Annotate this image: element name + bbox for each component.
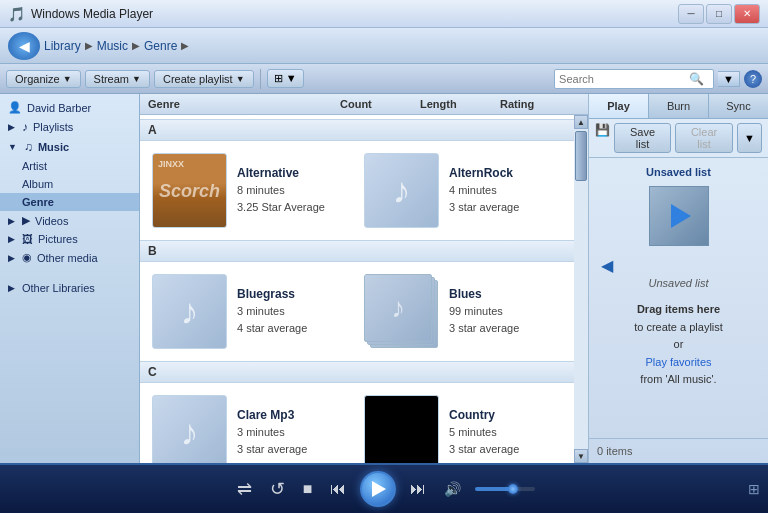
organize-dropdown-icon: ▼ [63,74,72,84]
genre-name-blues: Blues [449,287,556,301]
close-button[interactable]: ✕ [734,4,760,24]
play-thumb [649,186,709,246]
play-button[interactable] [360,471,396,507]
tab-burn[interactable]: Burn [649,94,709,118]
genre-rating-blues: 3 star average [449,320,556,337]
sidebar-item-other-libraries[interactable]: ▶ Other Libraries [0,279,139,297]
genre-item-bluegrass[interactable]: ♪ Bluegrass 3 minutes 4 star average [148,270,348,353]
create-playlist-dropdown-icon: ▼ [236,74,245,84]
organize-button[interactable]: Organize ▼ [6,70,81,88]
sidebar-item-videos[interactable]: ▶ ▶ Videos [0,211,139,230]
search-input[interactable] [559,73,689,85]
genre-rating-claremp3: 3 star average [237,441,344,458]
album-label: Album [22,178,53,190]
right-panel: Play Burn Sync 💾 Save list Clear list ▼ … [588,94,768,463]
panel-top-actions: 💾 Save list Clear list ▼ [589,119,768,158]
title-bar: 🎵 Windows Media Player ─ □ ✕ [0,0,768,28]
music-note-icon-claremp3: ♪ [181,412,199,454]
panel-back-button[interactable]: ◀ [597,254,617,277]
prev-button[interactable]: ⏮ [326,476,350,502]
play-favorites-link[interactable]: Play favorites [634,354,723,372]
section-B-grid: ♪ Bluegrass 3 minutes 4 star average [140,262,574,361]
scroll-down-arrow[interactable]: ▼ [574,449,588,463]
breadcrumb-genre[interactable]: Genre [144,39,177,53]
repeat-button[interactable]: ↺ [266,474,289,504]
music-icon: ♫ [24,140,33,154]
genre-name-alternative: Alternative [237,166,344,180]
sidebar-item-music[interactable]: ▼ ♫ Music [0,137,139,157]
help-button[interactable]: ? [744,70,762,88]
genre-item-alternrock[interactable]: ♪ AlternRock 4 minutes 3 star average [360,149,560,232]
genre-duration-blues: 99 minutes [449,303,556,320]
sidebar-item-user[interactable]: 👤 David Barber [0,98,139,117]
clear-list-button[interactable]: Clear list [675,123,733,153]
music-label: Music [38,141,69,153]
genre-label: Genre [22,196,54,208]
nav-bar: ◀ Library ▶ Music ▶ Genre ▶ [0,28,768,64]
playlists-expand-icon: ▶ [8,122,15,132]
content-header: Genre Count Length Rating [140,94,588,115]
create-playlist-label: Create playlist [163,73,233,85]
breadcrumb-arrow-2: ▶ [132,40,140,51]
genre-item-alternative[interactable]: Scorch Alternative 8 minutes 3.25 Star A… [148,149,348,232]
toolbar-divider-1 [260,69,261,89]
sidebar-item-album[interactable]: Album [0,175,139,193]
create-playlist-button[interactable]: Create playlist ▼ [154,70,254,88]
sidebar-item-artist[interactable]: Artist [0,157,139,175]
genre-duration-country: 5 minutes [449,424,556,441]
scroll-thumb[interactable] [575,131,587,181]
artist-label: Artist [22,160,47,172]
panel-options-button[interactable]: ▼ [737,123,762,153]
play-triangle-main-icon [372,481,386,497]
breadcrumb: Library ▶ Music ▶ Genre ▶ [44,39,189,53]
window-controls: ─ □ ✕ [678,4,760,24]
other-libraries-expand-icon: ▶ [8,283,15,293]
section-header-C: C [140,361,574,383]
back-button[interactable]: ◀ [8,32,40,60]
tab-sync[interactable]: Sync [709,94,768,118]
videos-label: Videos [35,215,68,227]
app-title: Windows Media Player [31,7,678,21]
unsaved-title: Unsaved list [646,166,711,178]
videos-icon: ▶ [22,214,30,227]
genre-thumb-blues: ♪ [364,274,439,349]
genre-name-claremp3: Clare Mp3 [237,408,344,422]
mute-button[interactable]: 🔊 [440,477,465,501]
drag-instruction-line2: to create a playlist [634,319,723,337]
item-count: 0 items [597,445,632,457]
shuffle-button[interactable]: ⇌ [233,474,256,504]
maximize-button[interactable]: □ [706,4,732,24]
volume-slider[interactable] [475,487,535,491]
tab-play[interactable]: Play [589,94,649,118]
col-genre: Genre [148,98,340,110]
section-A-grid: Scorch Alternative 8 minutes 3.25 Star A… [140,141,574,240]
genre-thumb-claremp3: ♪ [152,395,227,463]
genre-thumb-alternative: Scorch [152,153,227,228]
stop-button[interactable]: ■ [299,476,317,502]
playlists-icon: ♪ [22,120,28,134]
sidebar-item-other-media[interactable]: ▶ ◉ Other media [0,248,139,267]
music-note-icon-blues: ♪ [391,292,405,324]
grid-view-button[interactable]: ⊞ [748,481,760,497]
genre-item-blues[interactable]: ♪ Blues 99 minutes 3 star average [360,270,560,353]
scroll-up-arrow[interactable]: ▲ [574,115,588,129]
help-icon: ? [750,73,756,85]
genre-item-country[interactable]: Country 5 minutes 3 star average [360,391,560,463]
sidebar-item-genre[interactable]: Genre [0,193,139,211]
minimize-button[interactable]: ─ [678,4,704,24]
genre-item-claremp3[interactable]: ♪ Clare Mp3 3 minutes 3 star average [148,391,348,463]
save-list-button[interactable]: Save list [614,123,671,153]
genre-info-alternrock: AlternRock 4 minutes 3 star average [449,166,556,215]
genre-rating-alternrock: 3 star average [449,199,556,216]
breadcrumb-music[interactable]: Music [97,39,128,53]
user-icon: 👤 [8,101,22,114]
sidebar-item-playlists[interactable]: ▶ ♪ Playlists [0,117,139,137]
breadcrumb-library[interactable]: Library [44,39,81,53]
genre-name-country: Country [449,408,556,422]
next-button[interactable]: ⏭ [406,476,430,502]
main-area: 👤 David Barber ▶ ♪ Playlists ▼ ♫ Music A… [0,94,768,463]
search-dropdown-button[interactable]: ▼ [718,71,740,87]
view-options-button[interactable]: ⊞ ▼ [267,69,304,88]
sidebar-item-pictures[interactable]: ▶ 🖼 Pictures [0,230,139,248]
stream-button[interactable]: Stream ▼ [85,70,150,88]
